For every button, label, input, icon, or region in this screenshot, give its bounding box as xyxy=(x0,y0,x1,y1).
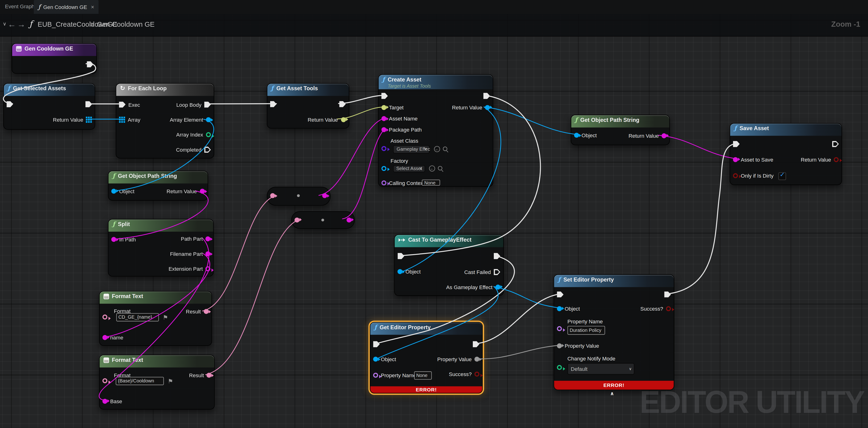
pin-success[interactable]: Success? xyxy=(449,371,479,377)
pin-result[interactable]: Result xyxy=(189,372,212,378)
pin-return-value[interactable]: Return Value xyxy=(452,105,490,111)
pin-circle-in[interactable] xyxy=(102,378,107,383)
pin-return-value[interactable]: Return Value xyxy=(53,117,92,123)
pin-circle-in[interactable] xyxy=(557,365,562,370)
pin-return-value[interactable]: Return Value xyxy=(801,156,839,163)
pin-cast-failed[interactable]: Cast Failed xyxy=(464,269,500,275)
node-save-asset[interactable]: ƒSave AssetAsset to SaveReturn ValueOnly… xyxy=(730,123,842,185)
pin-exec-out[interactable] xyxy=(664,291,671,297)
dropdown-select[interactable]: Select Asset∨ xyxy=(393,165,425,172)
pin-success[interactable]: Success? xyxy=(640,306,671,312)
node-get-editor-property[interactable]: ƒGet Editor PropertyObjectProperty Value… xyxy=(370,322,483,394)
pin-array-element[interactable]: Array Element xyxy=(170,117,211,123)
pin-exec-out[interactable] xyxy=(494,253,500,259)
use-selected-icon[interactable]: ← xyxy=(434,146,440,152)
pin-exec-in[interactable] xyxy=(398,253,404,259)
node-create-asset[interactable]: ƒCreate AssetTarget is Asset ToolsTarget… xyxy=(378,74,493,187)
text-input[interactable]: None xyxy=(422,179,440,186)
pin-array-index[interactable]: Array Index xyxy=(176,132,211,138)
pin-base[interactable]: Base xyxy=(102,398,122,404)
pin-circle-in[interactable] xyxy=(381,166,386,171)
pin-result[interactable]: Result xyxy=(186,309,209,315)
browse-icon[interactable] xyxy=(442,146,448,152)
node-format-text-path[interactable]: Format TextResultBaseFormat{Base}/Cooldo… xyxy=(99,355,215,409)
pin-object[interactable]: Object xyxy=(574,133,597,139)
node-get-selected-assets[interactable]: ƒGet Selected AssetsReturn Value xyxy=(3,83,95,130)
pin-asset-name[interactable]: Asset Name xyxy=(381,115,417,122)
pin-exec-in[interactable] xyxy=(381,93,388,99)
pin-object[interactable]: Object xyxy=(557,306,580,312)
pin-exec-in[interactable] xyxy=(270,101,277,107)
pin-object[interactable]: Object xyxy=(373,356,396,362)
pin-object[interactable]: Object xyxy=(398,269,421,275)
node-format-text-name[interactable]: Format TextResultnameFormatCD_GE_{name}⚑ xyxy=(99,291,212,346)
pin-exec-out[interactable] xyxy=(484,93,490,99)
pin-only-if-is-dirty[interactable]: Only if Is Dirty xyxy=(733,172,774,178)
pin-calling-context[interactable]: Calling Context xyxy=(381,179,425,186)
pin-as-gameplay-effect[interactable]: As Gameplay Effect xyxy=(446,284,500,290)
node-for-each-loop[interactable]: ↻For Each LoopExecLoop BodyArrayArray El… xyxy=(116,83,214,159)
node-reroute-path[interactable] xyxy=(291,211,355,229)
pin-return-value[interactable]: Return Value xyxy=(308,116,346,122)
expand-chevron-icon[interactable]: ∧ xyxy=(610,391,614,396)
pin-extension-part[interactable]: Extension Part xyxy=(168,266,211,272)
pin-exec-out[interactable] xyxy=(85,101,92,107)
pin-completed[interactable]: Completed xyxy=(176,147,211,153)
pin-return-value[interactable]: Return Value xyxy=(628,133,666,139)
node-get-asset-tools[interactable]: ƒGet Asset ToolsReturn Value xyxy=(267,83,349,129)
pin-exec-out[interactable] xyxy=(473,341,479,347)
node-reroute-name[interactable] xyxy=(267,187,331,205)
pin-circle-in[interactable] xyxy=(381,146,386,151)
pin-exec-out[interactable] xyxy=(87,61,93,67)
pin-circle-in[interactable] xyxy=(102,315,107,320)
pin-exec-in[interactable] xyxy=(6,101,13,107)
node-split[interactable]: ƒSplitIn PathPath PartFilename PartExten… xyxy=(108,219,214,277)
browse-icon[interactable] xyxy=(437,166,443,172)
checkbox[interactable]: ✓ xyxy=(779,172,786,180)
pin-name[interactable]: name xyxy=(102,334,123,340)
graph-dropdown-caret-icon[interactable]: ∨ xyxy=(3,21,6,26)
pin-filename-part[interactable]: Filename Part xyxy=(170,251,211,257)
back-arrow-icon[interactable]: ← xyxy=(8,19,16,29)
pin-target[interactable]: Target xyxy=(381,105,404,111)
pin-object[interactable]: Object xyxy=(111,188,134,194)
panel-label-event-graph[interactable]: Event Graph xyxy=(5,3,34,9)
pin-exec-out[interactable] xyxy=(339,101,346,107)
pin-in-path[interactable]: In Path xyxy=(111,236,136,242)
pin-property-name[interactable]: Property Name xyxy=(373,372,416,378)
tab-gen-cooldown-ge[interactable]: ƒ Gen Cooldown GE × xyxy=(34,0,99,14)
pin-exec-in[interactable] xyxy=(557,291,563,297)
node-get-object-path-string-right[interactable]: ƒGet Object Path StringObjectReturn Valu… xyxy=(570,115,670,145)
pin-exec[interactable]: Exec xyxy=(119,101,140,108)
pin-circle-in[interactable] xyxy=(294,217,299,222)
pin-circle-in[interactable] xyxy=(270,194,275,198)
text-input[interactable]: None xyxy=(414,371,432,379)
pin-circle-out[interactable] xyxy=(322,194,327,198)
text-input[interactable]: {Base}/Cooldown xyxy=(116,377,164,385)
pin-loop-body[interactable]: Loop Body xyxy=(176,101,211,108)
breadcrumb-current[interactable]: Gen Cooldown GE xyxy=(97,21,155,28)
forward-arrow-icon[interactable]: → xyxy=(17,19,26,29)
node-get-object-path-string-left[interactable]: ƒGet Object Path StringObjectReturn Valu… xyxy=(108,171,208,201)
pin-exec-out[interactable] xyxy=(832,141,839,147)
dropdown-select[interactable]: Default∨ xyxy=(567,363,634,375)
pin-property-value[interactable]: Property Value xyxy=(437,356,479,362)
pin-circle-in[interactable] xyxy=(557,326,562,331)
dropdown-select[interactable]: Gameplay Effec∨ xyxy=(393,145,430,153)
pin-return-value[interactable]: Return Value xyxy=(166,188,205,194)
pin-exec-in[interactable] xyxy=(373,341,380,347)
pin-circle-out[interactable] xyxy=(347,217,351,222)
pin-exec-in[interactable] xyxy=(733,141,740,147)
node-event-gen-cooldown-ge[interactable]: Gen Cooldown GE xyxy=(12,43,97,74)
graph-canvas[interactable]: Gen Cooldown GEƒGet Selected AssetsRetur… xyxy=(0,14,868,428)
node-cast-to-gameplayeffect[interactable]: Cast To GameplayEffectObjectCast FailedA… xyxy=(395,234,504,296)
node-set-editor-property[interactable]: ƒSet Editor PropertyObjectSuccess?Proper… xyxy=(554,275,674,390)
text-input[interactable]: CD_GE_{name} xyxy=(116,313,159,321)
pin-path-part[interactable]: Path Part xyxy=(181,236,211,242)
pin-asset-to-save[interactable]: Asset to Save xyxy=(733,156,773,163)
pin-property-value[interactable]: Property Value xyxy=(557,343,599,349)
pin-package-path[interactable]: Package Path xyxy=(381,126,422,133)
close-icon[interactable]: × xyxy=(91,4,94,10)
text-input[interactable]: Duration Policy xyxy=(567,326,605,335)
pin-array[interactable]: Array xyxy=(119,117,141,123)
